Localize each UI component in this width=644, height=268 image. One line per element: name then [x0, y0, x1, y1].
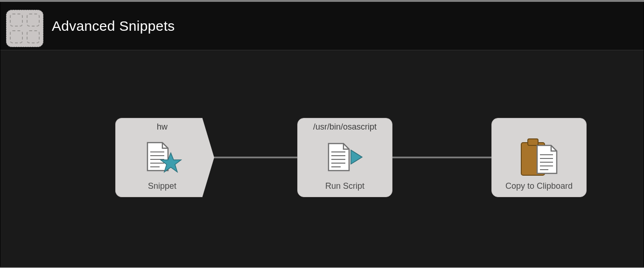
snippet-icon [143, 132, 182, 181]
node-label: Snippet [148, 181, 176, 191]
workflow-icon[interactable] [6, 10, 43, 47]
workflow-editor: Advanced Snippets hw [0, 2, 644, 267]
placeholder-cell [10, 30, 23, 43]
placeholder-cell [10, 14, 23, 27]
node-run-script[interactable]: /usr/bin/osascript Run Scri [297, 118, 392, 197]
svg-rect-13 [528, 139, 538, 145]
placeholder-cell [27, 14, 40, 27]
workflow-title: Advanced Snippets [52, 18, 175, 34]
node-label: Copy to Clipboard [505, 181, 573, 191]
clipboard-icon [518, 132, 560, 181]
connector [212, 157, 297, 158]
node-label: Run Script [325, 181, 364, 191]
connector [392, 157, 491, 158]
node-title: hw [157, 122, 168, 132]
workflow-canvas[interactable]: hw [0, 50, 644, 267]
node-title: /usr/bin/osascript [313, 122, 377, 132]
run-script-icon [324, 132, 366, 181]
node-copy-clipboard[interactable]: Copy to Clipboard [491, 118, 587, 197]
node-snippet-trigger[interactable]: hw [115, 118, 214, 197]
svg-marker-11 [351, 150, 362, 164]
placeholder-cell [27, 30, 40, 43]
workflow-header: Advanced Snippets [0, 2, 644, 50]
